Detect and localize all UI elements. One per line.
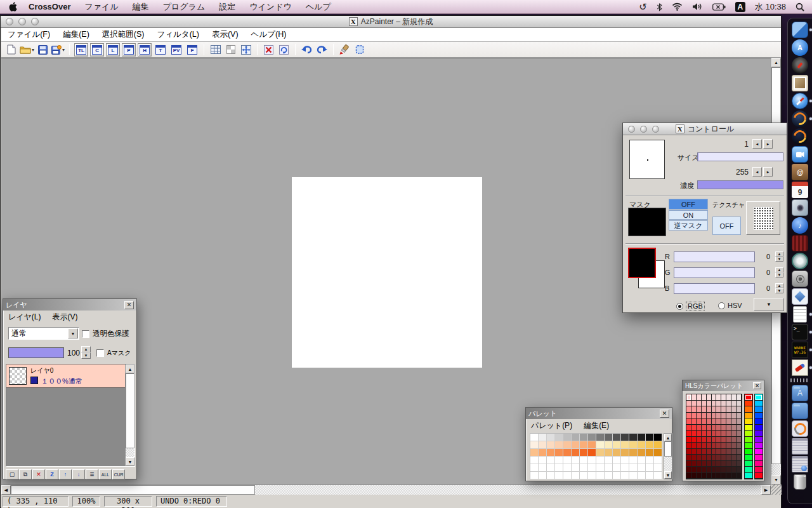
finder-icon[interactable]: [792, 22, 808, 38]
palette-swatch[interactable]: [572, 449, 580, 457]
app-menu[interactable]: フィルタ(L): [157, 29, 199, 40]
hls-swatch[interactable]: [721, 437, 726, 443]
palette-swatch[interactable]: [613, 457, 621, 464]
palette-swatch[interactable]: [530, 449, 539, 457]
palette-swatch[interactable]: [572, 434, 580, 441]
hls-swatch[interactable]: [697, 394, 702, 401]
azpainter-icon[interactable]: [792, 359, 808, 376]
hls-swatch[interactable]: [697, 401, 702, 407]
palette-swatch[interactable]: [638, 441, 646, 449]
virtualbox-icon[interactable]: [792, 288, 808, 305]
palette-swatch[interactable]: [605, 441, 613, 449]
palette-swatch[interactable]: [563, 449, 572, 457]
palette-swatch[interactable]: [596, 457, 605, 464]
app-menu[interactable]: 編集(E): [63, 29, 89, 40]
palette-swatch[interactable]: [547, 472, 555, 479]
palette-swatch[interactable]: [588, 449, 596, 457]
hue-swatch[interactable]: [745, 455, 752, 461]
dock-slot-contacts[interactable]: @: [788, 163, 812, 181]
battery-icon[interactable]: [712, 3, 726, 11]
app-menu[interactable]: 表示(V): [212, 29, 239, 40]
save-button[interactable]: [36, 43, 49, 57]
bluetooth-icon[interactable]: [657, 3, 662, 11]
hls-swatch[interactable]: [737, 467, 742, 473]
app-menu[interactable]: ファイル(F): [8, 29, 50, 40]
hls-swatch[interactable]: [686, 431, 691, 437]
hls-swatch[interactable]: [726, 413, 731, 419]
scroll-right-button[interactable]: ▶: [761, 485, 771, 495]
palette-swatch[interactable]: [654, 441, 662, 449]
hls-swatch[interactable]: [716, 425, 721, 431]
zoom-traffic-light[interactable]: [652, 126, 659, 133]
resize-grip[interactable]: [771, 485, 782, 495]
palette-swatch[interactable]: [638, 434, 646, 441]
palette-swatch[interactable]: [580, 472, 588, 479]
edit-menu[interactable]: 編集(E): [584, 420, 609, 431]
palette-swatch[interactable]: [588, 457, 596, 464]
menubar-menu[interactable]: 編集: [133, 2, 149, 11]
hue-swatch[interactable]: [745, 431, 752, 437]
installer-icon[interactable]: [792, 420, 808, 437]
palette-swatch[interactable]: [547, 434, 555, 441]
panel-toggle-l[interactable]: L: [106, 43, 120, 57]
canvas-document[interactable]: [292, 177, 482, 368]
hls-swatch[interactable]: [712, 461, 717, 467]
layer-menu[interactable]: レイヤ(L): [8, 312, 41, 323]
palette-swatch[interactable]: [629, 434, 638, 441]
palette-swatch[interactable]: [580, 441, 588, 449]
hue-swatch[interactable]: [755, 449, 763, 455]
hls-swatch[interactable]: [737, 401, 742, 407]
hls-swatch[interactable]: [702, 473, 707, 479]
dock-slot-trash[interactable]: [788, 473, 812, 491]
hue-swatch[interactable]: [745, 443, 752, 449]
density-increase-button[interactable]: ▸: [763, 167, 773, 177]
hls-swatch[interactable]: [691, 437, 697, 443]
hls-swatch[interactable]: [726, 401, 731, 407]
documents-folder-icon[interactable]: [792, 403, 808, 419]
palette-swatch[interactable]: [580, 434, 588, 441]
density-slider[interactable]: [697, 180, 783, 189]
hls-swatch[interactable]: [716, 394, 721, 401]
hls-swatch[interactable]: [716, 455, 721, 461]
hls-swatch[interactable]: [691, 467, 697, 473]
hls-swatch[interactable]: [737, 443, 742, 449]
opacity-spinner[interactable]: ▲ ▼: [81, 346, 91, 359]
menubar-menu[interactable]: ヘルプ: [306, 2, 331, 11]
rgb-radio-dot[interactable]: [676, 303, 683, 310]
hls-swatch[interactable]: [726, 455, 731, 461]
hls-swatch[interactable]: [737, 413, 742, 419]
hls-swatch[interactable]: [737, 406, 742, 413]
palette-swatch[interactable]: [654, 472, 662, 479]
hls-swatch[interactable]: [712, 431, 717, 437]
hue-swatch[interactable]: [755, 437, 763, 443]
hls-swatch[interactable]: [702, 449, 707, 455]
hls-swatch[interactable]: [686, 473, 691, 479]
hls-swatch[interactable]: [686, 461, 691, 467]
palette-swatch[interactable]: [572, 472, 580, 479]
dock-slot-document-window-1[interactable]: [788, 438, 812, 455]
palette-swatch[interactable]: [646, 441, 654, 449]
hue-swatch[interactable]: [755, 443, 763, 449]
hls-swatch[interactable]: [712, 449, 717, 455]
palette-swatch[interactable]: [646, 434, 654, 441]
palette-swatch[interactable]: [539, 449, 547, 457]
hls-swatch[interactable]: [731, 406, 737, 413]
dock-slot-warning-note[interactable]: WARNIW7:36: [788, 341, 812, 359]
layer-cur-button[interactable]: CUR: [112, 469, 125, 479]
channel-slider-b[interactable]: [674, 283, 755, 294]
app-menu[interactable]: 選択範囲(S): [102, 29, 145, 40]
palette-swatch[interactable]: [563, 472, 572, 479]
density-decrease-button[interactable]: ◂: [752, 167, 762, 177]
hls-swatch[interactable]: [697, 461, 702, 467]
dock-slot-iphoto[interactable]: [788, 199, 812, 217]
palette-swatch[interactable]: [605, 449, 613, 457]
hls-swatch[interactable]: [686, 418, 691, 425]
dock-slot-azpainter[interactable]: [788, 359, 812, 377]
hls-swatch[interactable]: [691, 473, 697, 479]
layer-thumbnail[interactable]: [9, 367, 27, 385]
layer-delete-button[interactable]: ✕: [32, 469, 45, 479]
hls-swatch[interactable]: [721, 467, 726, 473]
palette-swatch[interactable]: [555, 434, 563, 441]
palette-swatch[interactable]: [596, 464, 605, 472]
hls-swatch[interactable]: [731, 473, 737, 479]
